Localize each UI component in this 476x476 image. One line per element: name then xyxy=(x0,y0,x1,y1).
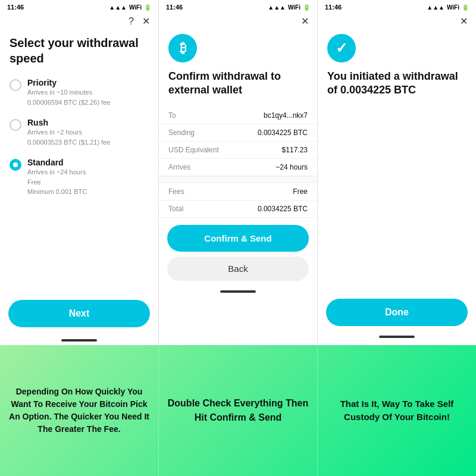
caption-text-1: Depending On How Quickly You Want To Rec… xyxy=(7,386,151,436)
rush-desc1: Arrives in ~2 hours xyxy=(27,127,110,137)
close-icon-3[interactable]: ✕ xyxy=(460,15,468,27)
battery-icon-2: 🔋 xyxy=(303,4,310,11)
caption-cell-2: Double Check Everything Then Hit Confirm… xyxy=(159,345,318,476)
detail-to-label: To xyxy=(168,111,176,120)
close-icon-1[interactable]: ✕ xyxy=(142,15,150,27)
home-indicator-1 xyxy=(61,339,97,342)
status-icons-1: ▲▲▲ WiFi 🔋 xyxy=(109,4,151,11)
status-icons-3: ▲▲▲ WiFi 🔋 xyxy=(427,4,469,11)
detail-usd: USD Equivalent $117.23 xyxy=(159,142,317,159)
btc-symbol: ₿ xyxy=(180,40,186,56)
captions-section: Depending On How Quickly You Want To Rec… xyxy=(0,345,476,476)
detail-usd-label: USD Equivalent xyxy=(168,146,219,154)
next-button[interactable]: Next xyxy=(8,300,150,327)
screen-withdrawal-initiated: 11:46 ▲▲▲ WiFi 🔋 ✕ ✓ You initiated a wit… xyxy=(318,0,476,345)
details-group2: Fees Free Total 0.0034225 BTC xyxy=(159,183,317,218)
status-icons-2: ▲▲▲ WiFi 🔋 xyxy=(268,4,310,11)
detail-fees: Fees Free xyxy=(159,183,317,201)
standard-desc2: Free xyxy=(27,177,87,187)
screen3-title: You initiated a withdrawal of 0.0034225 … xyxy=(318,70,476,98)
standard-radio[interactable] xyxy=(10,159,21,171)
rush-text: Rush Arrives in ~2 hours 0.00003523 BTC … xyxy=(27,118,110,147)
btc-icon: ₿ xyxy=(168,34,197,62)
done-button[interactable]: Done xyxy=(326,299,468,326)
detail-sending-label: Sending xyxy=(168,129,195,137)
standard-label: Standard xyxy=(27,158,87,167)
rush-option[interactable]: Rush Arrives in ~2 hours 0.00003523 BTC … xyxy=(10,118,149,147)
detail-fees-label: Fees xyxy=(168,187,184,196)
screen-withdrawal-speed: 11:46 ▲▲▲ WiFi 🔋 ? ✕ Select your withdra… xyxy=(0,0,159,345)
detail-total-value: 0.0034225 BTC xyxy=(258,205,308,213)
battery-icon: 🔋 xyxy=(144,4,151,11)
back-button[interactable]: Back xyxy=(167,256,309,281)
priority-option[interactable]: Priority Arrives in ~10 minutes 0.000065… xyxy=(10,78,149,107)
screen3-header: ✕ xyxy=(318,13,476,32)
detail-arrives-value: ~24 hours xyxy=(275,163,308,171)
checkmark-symbol: ✓ xyxy=(336,40,347,57)
priority-desc2: 0.00006594 BTC ($2.26) fee xyxy=(27,98,110,108)
caption-text-3: That Is It, Way To Take Self Custody Of … xyxy=(325,397,469,424)
detail-total-label: Total xyxy=(168,205,183,213)
wifi-icon: WiFi xyxy=(129,4,142,11)
details-group1: To bc1qy4...nkx7 Sending 0.0034225 BTC U… xyxy=(159,107,317,176)
home-indicator-2 xyxy=(220,290,256,293)
wifi-icon-3: WiFi xyxy=(447,4,459,11)
detail-arrives: Arrives ~24 hours xyxy=(159,159,317,176)
screen2-header: ✕ xyxy=(159,13,317,32)
priority-desc1: Arrives in ~10 minutes xyxy=(27,87,110,98)
rush-radio[interactable] xyxy=(10,119,21,131)
close-icon-2[interactable]: ✕ xyxy=(301,15,309,27)
detail-usd-value: $117.23 xyxy=(282,146,308,154)
caption-cell-3: That Is It, Way To Take Self Custody Of … xyxy=(318,345,476,476)
screen1-content: Select your withdrawal speed Priority Ar… xyxy=(0,32,158,300)
status-bar-2: 11:46 ▲▲▲ WiFi 🔋 xyxy=(159,0,317,13)
status-bar-3: 11:46 ▲▲▲ WiFi 🔋 xyxy=(318,0,476,13)
standard-option[interactable]: Standard Arrives in ~24 hours Free Minim… xyxy=(10,158,149,197)
detail-fees-value: Free xyxy=(293,187,308,196)
caption-text-2: Double Check Everything Then Hit Confirm… xyxy=(166,396,310,425)
screen2-title: Confirm withdrawal to external wallet xyxy=(159,70,317,98)
signal-icon-3: ▲▲▲ xyxy=(427,4,444,11)
detail-sending: Sending 0.0034225 BTC xyxy=(159,124,317,142)
detail-arrives-label: Arrives xyxy=(168,163,190,171)
rush-label: Rush xyxy=(27,118,110,127)
priority-text: Priority Arrives in ~10 minutes 0.000065… xyxy=(27,78,110,107)
caption-cell-1: Depending On How Quickly You Want To Rec… xyxy=(0,345,159,476)
check-icon: ✓ xyxy=(327,34,356,62)
priority-radio[interactable] xyxy=(10,79,21,91)
time-3: 11:46 xyxy=(325,4,342,11)
detail-sending-value: 0.0034225 BTC xyxy=(258,129,308,137)
standard-desc1: Arrives in ~24 hours xyxy=(27,167,87,177)
battery-icon-3: 🔋 xyxy=(462,4,469,11)
rush-desc2: 0.00003523 BTC ($1.21) fee xyxy=(27,137,110,148)
home-indicator-3 xyxy=(379,336,415,338)
status-bar-1: 11:46 ▲▲▲ WiFi 🔋 xyxy=(0,0,158,13)
detail-total: Total 0.0034225 BTC xyxy=(159,201,317,218)
signal-icon-2: ▲▲▲ xyxy=(268,4,286,11)
detail-to-value: bc1qy4...nkx7 xyxy=(264,111,308,120)
standard-text: Standard Arrives in ~24 hours Free Minim… xyxy=(27,158,87,197)
confirm-send-button[interactable]: Confirm & Send xyxy=(167,225,309,252)
screen1-title: Select your withdrawal speed xyxy=(10,35,149,66)
help-icon[interactable]: ? xyxy=(129,16,134,27)
screen-confirm-withdrawal: 11:46 ▲▲▲ WiFi 🔋 ✕ ₿ Confirm withdrawal … xyxy=(159,0,318,345)
standard-desc3: Minimum 0.001 BTC xyxy=(27,187,87,197)
wifi-icon-2: WiFi xyxy=(288,4,300,11)
detail-spacer xyxy=(159,176,317,183)
time-2: 11:46 xyxy=(166,4,183,11)
screen1-header: ? ✕ xyxy=(0,13,158,32)
time-1: 11:46 xyxy=(7,4,24,11)
signal-icon: ▲▲▲ xyxy=(109,4,127,11)
detail-to: To bc1qy4...nkx7 xyxy=(159,107,317,124)
priority-label: Priority xyxy=(27,78,110,87)
